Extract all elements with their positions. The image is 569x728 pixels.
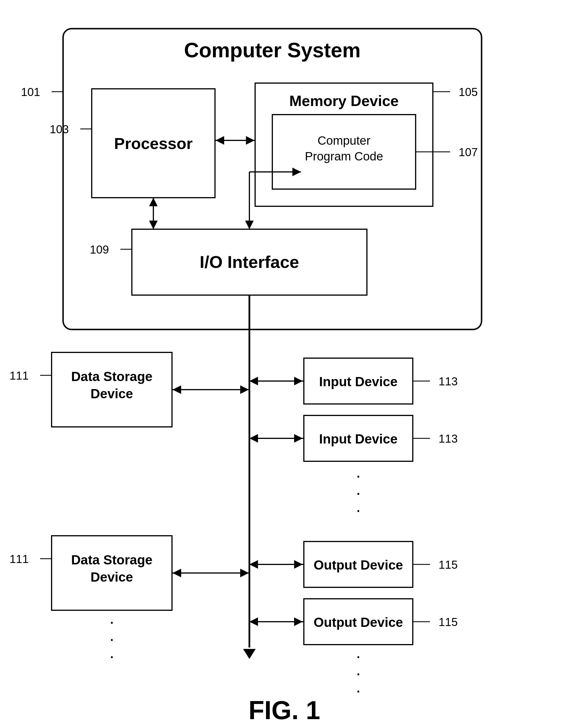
ref-103: 103 — [50, 123, 69, 136]
dots-storage-3: · — [109, 646, 114, 666]
ref-111b: 111 — [9, 553, 29, 565]
svg-marker-21 — [243, 649, 256, 659]
ref-115b: 115 — [439, 616, 458, 628]
svg-marker-50 — [249, 617, 258, 626]
ref-105: 105 — [459, 86, 478, 98]
dots-input: · — [356, 466, 361, 485]
io-interface-label: I/O Interface — [200, 252, 299, 272]
data-storage-1-label-1: Data Storage — [71, 369, 152, 384]
data-storage-1-label-2: Device — [91, 386, 133, 401]
svg-marker-26 — [172, 385, 181, 394]
svg-marker-27 — [240, 385, 249, 394]
data-storage-2-label-1: Data Storage — [71, 552, 152, 567]
ref-109: 109 — [90, 243, 109, 256]
dots-storage-1: · — [109, 612, 114, 631]
svg-marker-42 — [240, 569, 249, 577]
svg-marker-36 — [294, 434, 303, 443]
dots-output-1: · — [356, 646, 361, 666]
input-device-2-label: Input Device — [319, 431, 398, 446]
dots-storage-2: · — [109, 629, 114, 648]
dots-output-3: · — [356, 681, 361, 700]
svg-marker-35 — [249, 434, 258, 443]
program-code-label-2: Program Code — [305, 150, 383, 163]
computer-system-title: Computer System — [184, 39, 361, 62]
svg-marker-51 — [294, 617, 303, 626]
ref-101: 101 — [21, 86, 40, 98]
svg-marker-31 — [294, 377, 303, 385]
memory-device-label: Memory Device — [289, 93, 399, 109]
processor-label: Processor — [114, 134, 193, 152]
dots-output-2: · — [356, 664, 361, 683]
input-device-1-label: Input Device — [319, 374, 398, 389]
data-storage-2-label-2: Device — [91, 570, 133, 584]
ref-115a: 115 — [439, 558, 458, 571]
ref-113a: 113 — [439, 375, 458, 388]
output-device-1-label: Output Device — [314, 558, 403, 572]
fig-label: FIG. 1 — [248, 696, 320, 725]
svg-marker-46 — [294, 560, 303, 569]
ref-113b: 113 — [439, 432, 458, 445]
ref-111a: 111 — [9, 369, 29, 382]
svg-marker-45 — [249, 560, 258, 569]
dots-input-3: · — [356, 500, 361, 519]
svg-marker-30 — [249, 377, 258, 385]
svg-marker-41 — [172, 569, 181, 577]
output-device-2-label: Output Device — [314, 615, 403, 630]
program-code-label-1: Computer — [318, 134, 370, 147]
ref-107: 107 — [459, 146, 478, 158]
dots-input-2: · — [356, 483, 361, 502]
